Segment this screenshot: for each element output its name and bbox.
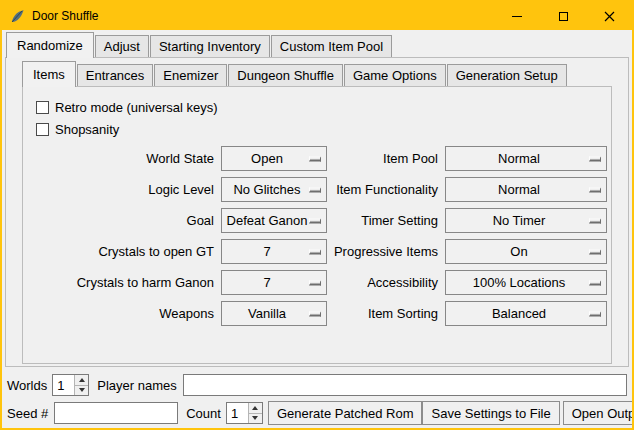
crystals-ganon-value: 7 [263, 275, 270, 290]
window-title: Door Shuffle [32, 9, 99, 23]
dropdown-indicator-icon [309, 156, 321, 161]
minimize-icon [512, 16, 522, 17]
progressive-items-value: On [510, 244, 527, 259]
seed-input[interactable] [54, 402, 178, 424]
logic-level-label: Logic Level [35, 182, 221, 197]
item-functionality-dropdown[interactable]: Normal [445, 177, 607, 202]
player-names-label: Player names [97, 378, 176, 393]
world-state-label: World State [35, 151, 221, 166]
weapons-value: Vanilla [248, 306, 286, 321]
item-pool-label: Item Pool [327, 151, 445, 166]
dropdown-indicator-icon [309, 249, 321, 254]
worlds-spin-buttons [74, 375, 88, 395]
worlds-value: 1 [57, 378, 64, 393]
goal-value: Defeat Ganon [227, 213, 308, 228]
tab-starting-inventory[interactable]: Starting Inventory [150, 35, 270, 57]
world-state-dropdown[interactable]: Open [221, 146, 327, 171]
arrow-up-icon [252, 406, 258, 410]
subtab-entrances[interactable]: Entrances [77, 64, 154, 86]
weapons-dropdown[interactable]: Vanilla [221, 301, 327, 326]
subtab-dungeon-shuffle[interactable]: Dungeon Shuffle [228, 64, 343, 86]
tab-randomize[interactable]: Randomize [6, 32, 94, 58]
logic-level-dropdown[interactable]: No Glitches [221, 177, 327, 202]
subtab-enemizer[interactable]: Enemizer [154, 64, 227, 86]
seed-label: Seed # [7, 406, 48, 421]
tab-adjust[interactable]: Adjust [95, 35, 149, 57]
worlds-label: Worlds [7, 378, 47, 393]
timer-setting-value: No Timer [493, 213, 546, 228]
goal-dropdown[interactable]: Defeat Ganon [221, 208, 327, 233]
item-functionality-label: Item Functionality [327, 182, 445, 197]
worlds-spin-down-button[interactable] [75, 386, 88, 396]
arrow-up-icon [79, 378, 85, 382]
player-names-input[interactable] [183, 374, 627, 396]
close-icon [604, 11, 615, 22]
arrow-down-icon [79, 388, 85, 392]
worlds-spin-up-button[interactable] [75, 375, 88, 386]
worlds-spinbox[interactable]: 1 [52, 374, 89, 396]
options-grid: World State Open Item Pool Normal Logic … [35, 143, 611, 329]
count-spin-down-button[interactable] [249, 414, 262, 424]
dropdown-indicator-icon [309, 187, 321, 192]
item-pool-dropdown[interactable]: Normal [445, 146, 607, 171]
count-value: 1 [231, 406, 238, 421]
maximize-button[interactable] [540, 2, 586, 30]
count-label: Count [186, 406, 221, 421]
timer-setting-label: Timer Setting [327, 213, 445, 228]
retro-mode-checkbox[interactable] [36, 101, 49, 114]
seed-row: Seed # Count 1 Generate Patched Rom Save… [7, 401, 627, 425]
footer: Worlds 1 Player names Seed # Count 1 [7, 373, 627, 425]
worlds-row: Worlds 1 Player names [7, 373, 627, 397]
subtab-game-options[interactable]: Game Options [344, 64, 446, 86]
crystals-gt-value: 7 [263, 244, 270, 259]
arrow-down-icon [252, 416, 258, 420]
minimize-button[interactable] [494, 2, 540, 30]
item-functionality-value: Normal [498, 182, 540, 197]
items-panel: Retro mode (universal keys) Shopsanity W… [22, 86, 612, 364]
progressive-items-dropdown[interactable]: On [445, 239, 607, 264]
maximize-icon [559, 12, 568, 21]
dropdown-indicator-icon [589, 218, 601, 223]
tab-custom-item-pool[interactable]: Custom Item Pool [271, 35, 392, 57]
save-settings-button[interactable]: Save Settings to File [422, 401, 559, 425]
retro-mode-label: Retro mode (universal keys) [55, 100, 218, 115]
app-icon [10, 9, 25, 24]
shopsanity-label: Shopsanity [55, 122, 119, 137]
titlebar[interactable]: Door Shuffle [2, 2, 632, 30]
accessibility-value: 100% Locations [473, 275, 566, 290]
item-sorting-dropdown[interactable]: Balanced [445, 301, 607, 326]
accessibility-label: Accessibility [327, 275, 445, 290]
subtab-generation-setup[interactable]: Generation Setup [447, 64, 567, 86]
timer-setting-dropdown[interactable]: No Timer [445, 208, 607, 233]
dropdown-indicator-icon [589, 280, 601, 285]
count-spin-buttons [248, 403, 262, 423]
subtab-items[interactable]: Items [22, 61, 76, 87]
item-pool-value: Normal [498, 151, 540, 166]
retro-mode-row: Retro mode (universal keys) [36, 100, 611, 115]
crystals-ganon-dropdown[interactable]: 7 [221, 270, 327, 295]
shopsanity-checkbox[interactable] [36, 123, 49, 136]
goal-label: Goal [35, 213, 221, 228]
randomize-panel: Items Entrances Enemizer Dungeon Shuffle… [5, 57, 629, 367]
window: Door Shuffle Randomize Adjust Starting I… [0, 0, 634, 430]
open-output-directory-button[interactable]: Open Output Directory [563, 401, 634, 425]
dropdown-indicator-icon [309, 280, 321, 285]
count-spin-up-button[interactable] [249, 403, 262, 414]
crystals-ganon-label: Crystals to harm Ganon [35, 275, 221, 290]
dropdown-indicator-icon [589, 249, 601, 254]
close-button[interactable] [586, 2, 632, 30]
dropdown-indicator-icon [309, 218, 321, 223]
item-sorting-value: Balanced [492, 306, 546, 321]
dropdown-indicator-icon [589, 156, 601, 161]
progressive-items-label: Progressive Items [327, 244, 445, 259]
shopsanity-row: Shopsanity [36, 122, 611, 137]
generate-patched-rom-button[interactable]: Generate Patched Rom [268, 401, 423, 425]
dropdown-indicator-icon [589, 187, 601, 192]
dropdown-indicator-icon [309, 311, 321, 316]
sub-tab-bar: Items Entrances Enemizer Dungeon Shuffle… [22, 61, 628, 86]
accessibility-dropdown[interactable]: 100% Locations [445, 270, 607, 295]
world-state-value: Open [251, 151, 283, 166]
count-spinbox[interactable]: 1 [226, 402, 263, 424]
crystals-gt-dropdown[interactable]: 7 [221, 239, 327, 264]
weapons-label: Weapons [35, 306, 221, 321]
